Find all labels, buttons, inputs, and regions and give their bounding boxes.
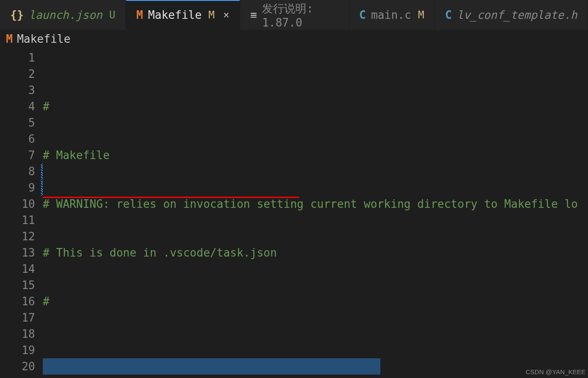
git-status-u: U [109, 9, 115, 21]
tab-launch-json[interactable]: {} launch.json U [0, 0, 126, 30]
tab-release-notes[interactable]: ≡ 发行说明: 1.87.0 [240, 0, 349, 30]
git-status-m: M [418, 9, 424, 21]
line-number: 14 [0, 261, 35, 277]
line-number-gutter: 1 2 3 4 5 6 7 8 9 10 11 12 13 14 15 16 1… [0, 50, 43, 378]
tab-label: launch.json [29, 9, 102, 21]
code-text: # Makefile [43, 149, 110, 162]
tab-label: 发行说明: 1.87.0 [262, 1, 338, 29]
tab-main-c[interactable]: C main.c M [349, 0, 435, 30]
tab-label: main.c [371, 9, 411, 21]
line-number: 12 [0, 228, 35, 245]
git-status-m: M [209, 9, 215, 21]
line-number: 18 [0, 326, 35, 342]
annotation-underline [43, 197, 299, 198]
selection-highlight [43, 358, 380, 375]
line-number: 8 [0, 163, 35, 180]
line-number: 6 [0, 131, 35, 147]
breadcrumb[interactable]: M Makefile [0, 30, 588, 50]
json-icon: {} [10, 9, 24, 21]
tab-label: Makefile [148, 9, 202, 21]
code-content[interactable]: # # Makefile # WARNING: relies on invoca… [43, 50, 578, 378]
line-number: 4 [0, 98, 35, 115]
tab-label: lv_conf_template.h [457, 9, 577, 21]
code-text: # [43, 295, 50, 308]
tab-makefile[interactable]: M Makefile M × [126, 0, 240, 30]
line-number: 15 [0, 277, 35, 293]
makefile-icon: M [6, 32, 13, 45]
line-number: 2 [0, 66, 35, 82]
code-text: # WARNING: relies on invocation setting … [43, 198, 578, 210]
line-number: 3 [0, 82, 35, 98]
code-text: # [43, 100, 50, 113]
tab-lv-conf[interactable]: C lv_conf_template.h [435, 0, 588, 30]
breadcrumb-label: Makefile [17, 32, 71, 45]
code-text: # This is done in .vscode/task.json [43, 246, 277, 259]
notes-icon: ≡ [250, 9, 257, 21]
code-editor[interactable]: 1 2 3 4 5 6 7 8 9 10 11 12 13 14 15 16 1… [0, 50, 588, 378]
close-icon[interactable]: × [223, 9, 229, 21]
line-number: 7 [0, 147, 35, 163]
tab-bar: {} launch.json U M Makefile M × ≡ 发行说明: … [0, 0, 588, 30]
line-number: 13 [0, 245, 35, 261]
watermark: CSDN @YAN_KEEE [526, 368, 585, 375]
line-number: 17 [0, 310, 35, 326]
makefile-icon: M [136, 9, 143, 21]
c-file-icon: C [359, 9, 366, 21]
line-number: 16 [0, 293, 35, 310]
line-number: 1 [0, 50, 35, 66]
line-number: 11 [0, 212, 35, 228]
line-number: 10 [0, 196, 35, 212]
line-number: 19 [0, 342, 35, 358]
c-file-icon: C [445, 9, 452, 21]
line-number: 9 [0, 180, 35, 196]
line-number: 20 [0, 358, 35, 375]
line-number: 5 [0, 115, 35, 131]
